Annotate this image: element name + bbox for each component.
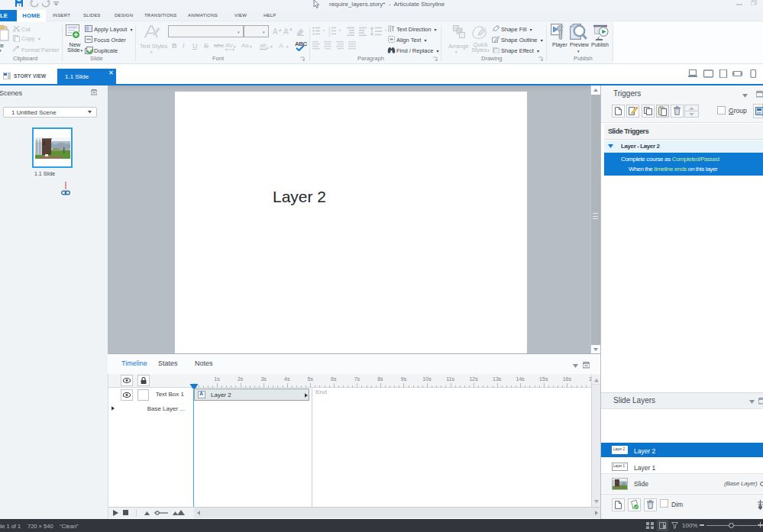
- svg-text:x=: x=: [757, 111, 761, 115]
- svg-text:3: 3: [328, 34, 331, 37]
